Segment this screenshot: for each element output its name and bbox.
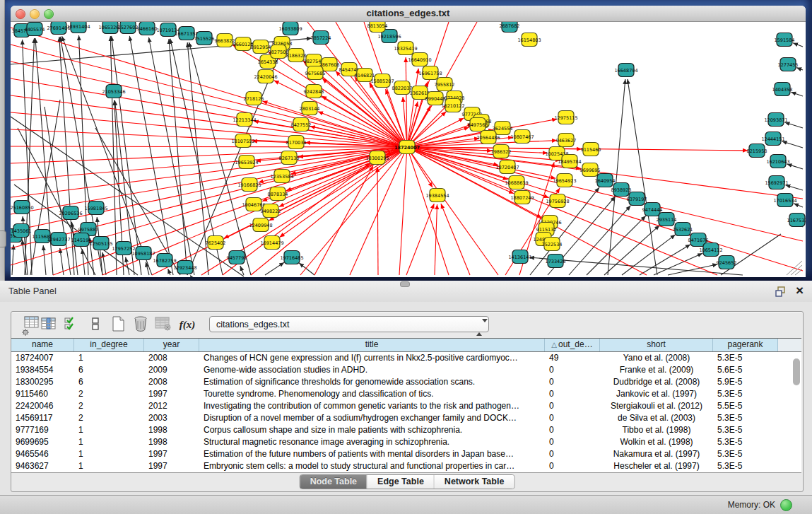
table-cell[interactable]: Estimation of the future numbers of pati… bbox=[199, 448, 545, 460]
graph-node[interactable]: 9699695 bbox=[580, 163, 601, 177]
table-cell[interactable]: 22420046 bbox=[11, 400, 74, 412]
table-cell[interactable]: 1997 bbox=[144, 388, 199, 400]
graph-node[interactable]: 8938923 bbox=[611, 183, 632, 197]
graph-edge[interactable] bbox=[240, 266, 244, 275]
table-cell[interactable]: 5.3E-5 bbox=[713, 448, 778, 460]
table-cell[interactable]: 18724007 bbox=[11, 352, 74, 364]
table-row[interactable]: 1938455462009Genome-wide association stu… bbox=[11, 364, 801, 376]
table-cell[interactable]: 2 bbox=[74, 388, 144, 400]
graph-node[interactable]: 9663822 bbox=[215, 34, 235, 47]
table-cell[interactable]: Stergiakouli et al. (2012) bbox=[600, 400, 713, 412]
graph-node[interactable]: 12975115 bbox=[554, 111, 577, 124]
table-cell[interactable]: Wolkin et al. (1998) bbox=[600, 436, 713, 448]
graph-edge[interactable] bbox=[399, 147, 407, 275]
table-cell[interactable]: 9777169 bbox=[11, 424, 74, 436]
graph-edge[interactable] bbox=[794, 204, 803, 207]
graph-node[interactable]: 1404358 bbox=[772, 83, 793, 96]
browse-columns-icon[interactable] bbox=[40, 315, 58, 334]
graph-node[interactable]: 1527602 bbox=[118, 22, 139, 34]
table-row[interactable]: 1830029562008Estimation of significance … bbox=[11, 376, 801, 388]
table-cell[interactable]: 0 bbox=[545, 364, 600, 376]
graph-node[interactable]: 8878334 bbox=[268, 187, 288, 201]
graph-edge[interactable] bbox=[254, 121, 407, 147]
float-window-icon[interactable] bbox=[775, 286, 787, 297]
graph-edge[interactable] bbox=[30, 100, 60, 275]
graph-node[interactable]: 18720407 bbox=[495, 160, 519, 174]
function-builder-icon[interactable]: f(x) bbox=[178, 315, 196, 334]
table-cell[interactable]: Dudbridge et al. (2008) bbox=[600, 376, 713, 388]
table-cell[interactable]: 5.3E-5 bbox=[713, 352, 778, 364]
table-row[interactable]: 977716911998Corpus callosum shape and si… bbox=[11, 424, 801, 436]
graph-node[interactable]: 15981845 bbox=[84, 201, 107, 215]
graph-edge[interactable] bbox=[406, 204, 434, 275]
graph-node[interactable]: 7515526 bbox=[194, 32, 215, 45]
graph-node[interactable]: 22420046 bbox=[254, 70, 277, 83]
graph-node[interactable]: 7532621 bbox=[673, 223, 693, 236]
graph-node[interactable]: 1435061 bbox=[11, 224, 32, 238]
graph-node[interactable]: 7955812 bbox=[435, 78, 455, 91]
table-cell[interactable]: 5.3E-5 bbox=[713, 424, 778, 436]
graph-node[interactable]: 8170034 bbox=[286, 136, 307, 149]
select-columns-icon[interactable] bbox=[62, 315, 81, 334]
column-header-pagerank[interactable]: pagerank bbox=[713, 339, 778, 351]
graph-edge[interactable] bbox=[435, 204, 437, 275]
table-cell[interactable]: Tibbo et al. (1998) bbox=[600, 424, 713, 436]
graph-edge[interactable] bbox=[407, 69, 418, 147]
table-cell[interactable]: 5.6E-5 bbox=[713, 364, 778, 376]
graph-node[interactable]: 4405574 bbox=[25, 23, 45, 36]
graph-edge[interactable] bbox=[654, 253, 702, 275]
table-cell[interactable]: 5.5E-5 bbox=[713, 400, 778, 412]
network-window-titlebar[interactable]: citations_edges.txt bbox=[11, 6, 806, 22]
table-cell[interactable]: 5.9E-5 bbox=[713, 376, 778, 388]
graph-node[interactable]: 16648794 bbox=[614, 64, 637, 77]
table-cell[interactable]: 9115460 bbox=[11, 388, 74, 400]
graph-node[interactable]: 25160850 bbox=[11, 201, 34, 214]
table-cell[interactable]: 0 bbox=[545, 400, 600, 412]
graph-node[interactable]: 18107552 bbox=[231, 134, 254, 148]
table-cell[interactable]: 0 bbox=[545, 436, 600, 448]
table-row[interactable]: 1872400712008Changes of HCN gene express… bbox=[11, 352, 801, 364]
table-cell[interactable]: 9699695 bbox=[11, 436, 74, 448]
table-cell[interactable]: 49 bbox=[545, 352, 600, 364]
graph-node[interactable]: 12093871 bbox=[764, 113, 787, 127]
memory-status-indicator[interactable] bbox=[780, 499, 792, 511]
graph-node[interactable]: 2935114 bbox=[657, 213, 677, 226]
graph-edge[interactable] bbox=[407, 147, 803, 241]
table-cell[interactable]: Nakamura et al. (1997) bbox=[600, 448, 713, 460]
table-cell[interactable]: Jankovic et al. (1997) bbox=[600, 388, 713, 400]
table-cell[interactable]: Franke et al. (2009) bbox=[600, 364, 713, 376]
table-scrollbar-thumb[interactable] bbox=[793, 358, 800, 385]
graph-node[interactable]: 16914479 bbox=[260, 236, 283, 250]
graph-edge[interactable] bbox=[12, 245, 13, 275]
graph-edge[interactable] bbox=[377, 167, 378, 275]
graph-edge[interactable] bbox=[784, 122, 803, 128]
close-panel-icon[interactable]: × bbox=[796, 282, 804, 299]
graph-node[interactable]: 12505135 bbox=[89, 237, 112, 250]
graph-node[interactable]: 21053346 bbox=[102, 85, 125, 98]
table-cell[interactable]: 9465546 bbox=[11, 448, 74, 460]
table-cell[interactable]: Changes of HCN gene expression and I(f) … bbox=[199, 352, 545, 364]
graph-node[interactable]: 1591584 bbox=[775, 33, 795, 47]
table-cell[interactable]: 0 bbox=[545, 376, 600, 388]
table-cell[interactable]: 0 bbox=[545, 460, 600, 472]
graph-edge[interactable] bbox=[791, 92, 803, 96]
table-cell[interactable]: 0 bbox=[545, 412, 600, 424]
table-cell[interactable]: 5.3E-5 bbox=[713, 388, 778, 400]
column-header-title[interactable]: title bbox=[199, 339, 545, 351]
table-selector-dropdown[interactable]: citations_edges.txt bbox=[209, 316, 489, 332]
table-cell[interactable]: 2008 bbox=[144, 376, 199, 388]
network-view[interactable]: 1872400738457124405574276914061893140410… bbox=[11, 22, 806, 277]
graph-node[interactable]: 9466160 bbox=[137, 22, 158, 35]
graph-node[interactable]: 6497568 bbox=[468, 118, 488, 132]
graph-node[interactable]: 20206536 bbox=[59, 206, 82, 220]
graph-edge[interactable] bbox=[787, 164, 803, 169]
graph-edge[interactable] bbox=[23, 40, 32, 275]
graph-node[interactable]: 7986322 bbox=[491, 145, 512, 158]
table-row[interactable]: 946362711997Embryonic stem cells: a mode… bbox=[11, 460, 801, 472]
graph-node[interactable]: 19654923 bbox=[553, 174, 576, 187]
graph-node[interactable]: 14136141 bbox=[508, 250, 531, 264]
graph-node[interactable]: 8215958 bbox=[747, 144, 767, 158]
tab-edge-table[interactable]: Edge Table bbox=[367, 475, 435, 489]
graph-node[interactable]: 19384554 bbox=[425, 189, 449, 202]
table-row[interactable]: 2242004622012Investigating the contribut… bbox=[11, 400, 801, 412]
